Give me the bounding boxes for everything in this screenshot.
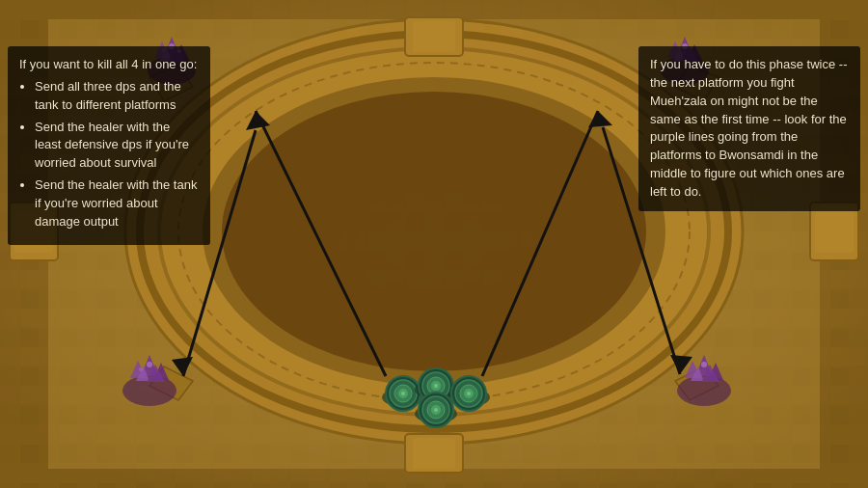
left-box-list: Send all three dps and the tank to diffe…: [35, 78, 199, 231]
right-info-box: If you have to do this phase twice -- th…: [638, 46, 860, 211]
left-box-bullet-3: Send the healer with the tank if you're …: [35, 176, 199, 231]
left-box-bullet-2: Send the healer with the least defensive…: [35, 119, 199, 174]
right-box-text: If you have to do this phase twice -- th…: [650, 57, 848, 199]
left-box-bullet-1: Send all three dps and the tank to diffe…: [35, 78, 199, 115]
left-box-intro: If you want to kill all 4 in one go:: [19, 57, 197, 71]
left-info-box: If you want to kill all 4 in one go: Sen…: [8, 46, 210, 245]
